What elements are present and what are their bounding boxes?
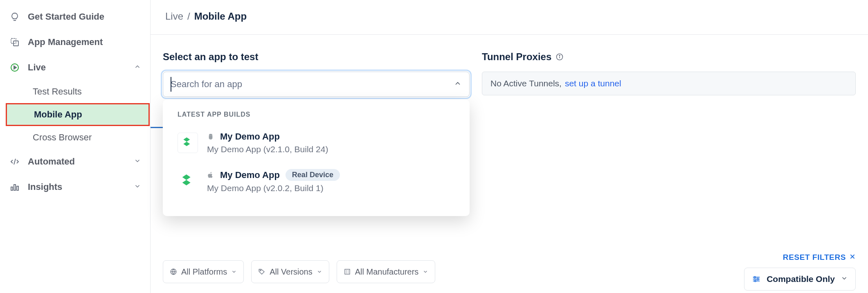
code-icon: [9, 157, 20, 167]
compatible-only-label: Compatible Only: [767, 274, 835, 284]
reset-filters-label: RESET FILTERS: [783, 253, 846, 262]
sidebar-sub-mobile-app[interactable]: Mobile App: [6, 103, 150, 126]
search-input[interactable]: [171, 79, 454, 90]
search-app-combobox[interactable]: [163, 72, 470, 97]
sidebar-sub-label: Cross Browser: [33, 132, 92, 143]
sliders-icon: [752, 275, 761, 284]
svg-point-12: [260, 270, 261, 271]
sidebar: Get Started Guide App Management Live Te…: [0, 0, 151, 293]
text-cursor: [171, 77, 171, 92]
sidebar-item-app-management[interactable]: App Management: [0, 29, 150, 55]
main-content: Live / Mobile App Select an app to test …: [151, 0, 868, 293]
sidebar-item-label: Live: [28, 62, 46, 73]
filter-platforms[interactable]: All Platforms: [163, 260, 244, 283]
tunnel-status-box: No Active Tunnels, set up a tunnel: [482, 72, 856, 95]
sidebar-sub-label: Test Results: [33, 86, 82, 97]
app-name: My Demo App: [220, 170, 280, 180]
bar-chart-icon: [9, 182, 20, 192]
svg-point-20: [757, 278, 759, 280]
filter-label: All Versions: [270, 267, 313, 277]
real-device-badge: Real Device: [286, 169, 340, 181]
sidebar-item-automated[interactable]: Automated: [0, 149, 150, 174]
app-build-subtitle: My Demo App (v2.0.2, Build 1): [207, 183, 340, 193]
tunnel-title: Tunnel Proxies: [482, 51, 551, 63]
globe-icon: [170, 268, 177, 275]
sidebar-sub-cross-browser[interactable]: Cross Browser: [0, 126, 150, 149]
tag-icon: [258, 268, 265, 275]
tunnel-section: Tunnel Proxies No Active Tunnels, set up…: [482, 51, 856, 97]
chevron-down-icon: [423, 267, 428, 277]
compatible-only-button[interactable]: Compatible Only: [744, 268, 856, 291]
chevron-up-icon: [134, 62, 141, 73]
svg-rect-13: [345, 269, 350, 274]
sidebar-item-live[interactable]: Live: [0, 55, 150, 80]
app-management-icon: [9, 37, 20, 47]
set-up-tunnel-link[interactable]: set up a tunnel: [565, 79, 621, 88]
svg-marker-3: [14, 66, 16, 69]
apple-icon: [207, 171, 214, 179]
app-name: My Demo App: [220, 131, 280, 142]
sidebar-item-label: Get Started Guide: [28, 11, 104, 22]
sidebar-item-label: Automated: [28, 156, 75, 167]
app-option[interactable]: My Demo App Real Device My Demo App (v2.…: [178, 163, 455, 202]
svg-point-21: [755, 280, 756, 282]
lightbulb-icon: [9, 12, 20, 22]
sidebar-item-get-started[interactable]: Get Started Guide: [0, 4, 150, 29]
sidebar-sub-test-results[interactable]: Test Results: [0, 80, 150, 103]
select-app-title: Select an app to test: [163, 51, 470, 63]
sidebar-item-label: Insights: [28, 182, 62, 192]
chevron-down-icon: [841, 274, 848, 284]
app-build-subtitle: My Demo App (v2.1.0, Build 24): [207, 144, 328, 154]
play-circle-icon: [9, 63, 20, 72]
breadcrumb-current: Mobile App: [194, 11, 247, 22]
app-dropdown: LATEST APP BUILDS My Demo App: [163, 99, 470, 216]
svg-rect-5: [11, 187, 13, 190]
tunnel-status-text: No Active Tunnels,: [490, 79, 562, 88]
building-icon: [344, 268, 351, 275]
svg-rect-6: [14, 185, 16, 190]
svg-point-19: [754, 277, 756, 278]
info-icon[interactable]: [555, 53, 564, 61]
filter-manufacturers[interactable]: All Manufacturers: [337, 260, 436, 283]
close-icon: [849, 253, 856, 262]
app-option[interactable]: My Demo App My Demo App (v2.1.0, Build 2…: [178, 126, 455, 163]
sidebar-sub-label: Mobile App: [34, 109, 82, 120]
breadcrumb: Live / Mobile App: [163, 0, 856, 34]
sidebar-item-label: App Management: [28, 37, 103, 47]
divider: [151, 34, 868, 35]
sidebar-item-insights[interactable]: Insights: [0, 174, 150, 200]
reset-filters-button[interactable]: RESET FILTERS: [783, 253, 856, 262]
breadcrumb-root[interactable]: Live: [165, 11, 183, 22]
chevron-down-icon: [134, 182, 141, 192]
chevron-down-icon: [231, 267, 237, 277]
chevron-down-icon: [134, 156, 141, 167]
select-app-section: Select an app to test LATEST APP BUILDS: [163, 51, 470, 97]
app-logo-icon: [178, 171, 198, 192]
filter-label: All Manufacturers: [355, 267, 419, 277]
chevron-up-icon[interactable]: [454, 79, 462, 89]
filter-label: All Platforms: [181, 267, 227, 277]
breadcrumb-separator: /: [187, 11, 190, 22]
dropdown-header: LATEST APP BUILDS: [178, 111, 455, 118]
app-logo-icon: [178, 133, 198, 153]
svg-point-10: [559, 55, 560, 56]
filters-row: All Platforms All Versions All Manufactu…: [163, 253, 856, 291]
svg-rect-7: [17, 186, 18, 190]
svg-line-4: [14, 159, 16, 165]
android-icon: [207, 133, 214, 140]
filter-versions[interactable]: All Versions: [251, 260, 329, 283]
chevron-down-icon: [317, 267, 322, 277]
